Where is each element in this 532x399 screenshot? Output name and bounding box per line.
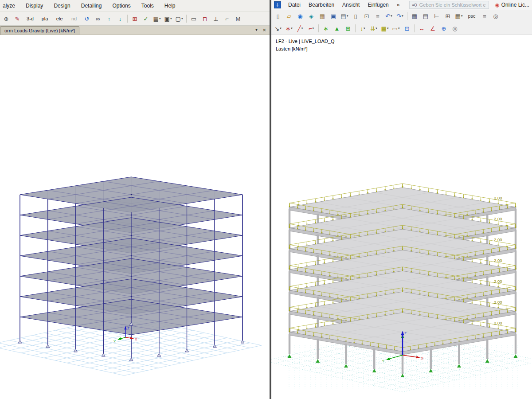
keyword-search-input[interactable] xyxy=(419,2,486,8)
undo-icon[interactable]: ↶▾ xyxy=(383,11,394,21)
draw-poly-icon[interactable]: ⊓ xyxy=(200,13,210,24)
nodal-load-icon[interactable]: ↓▾ xyxy=(357,23,368,34)
draw-joint-icon[interactable]: ✎ xyxy=(12,13,23,24)
paste-icon[interactable]: ▦ xyxy=(317,11,328,21)
table-layout-icon[interactable]: ▤ xyxy=(420,11,431,21)
menu-item-bearbeiten[interactable]: Bearbeiten xyxy=(308,1,335,8)
dropdown-caret-icon[interactable]: ▾ xyxy=(391,14,392,18)
report-icon[interactable]: ≡ xyxy=(372,11,383,21)
dropdown-caret-icon[interactable]: ▾ xyxy=(291,27,293,30)
new-node-icon[interactable]: ∗▾ xyxy=(284,23,294,34)
right-toolbar-insert: ↘▾∗▾╱▾⌐▾∗▲⊞↓▾⇊▾▦▾▭▾⊡↔∠⊕◎ xyxy=(271,22,532,35)
grid-options-icon[interactable]: ⊞ xyxy=(129,13,140,24)
load-value-label: 2.00 xyxy=(494,196,502,200)
menu-item-alyze[interactable]: alyze xyxy=(2,2,16,9)
dropdown-caret-icon[interactable]: ▾ xyxy=(387,27,389,30)
redo-icon[interactable]: ↷▾ xyxy=(395,11,405,21)
member-load-icon[interactable]: ⇊▾ xyxy=(368,23,379,34)
open-folder-icon[interactable]: ▱ xyxy=(284,11,294,21)
dropdown-caret-icon[interactable]: ▾ xyxy=(402,14,403,18)
online-license[interactable]: ◉ Online Lic... xyxy=(495,2,529,8)
visibility-icon[interactable]: ◎ xyxy=(450,23,460,34)
section-axes-icon[interactable]: ⊥ xyxy=(211,13,221,24)
menu-item-datei[interactable]: Datei xyxy=(287,1,301,8)
menu-item-help[interactable]: Help xyxy=(164,2,176,9)
dropdown-caret-icon[interactable]: ▾ xyxy=(398,27,400,30)
move-up-icon[interactable]: ↑ xyxy=(104,13,114,24)
menu-item-options[interactable]: Options xyxy=(111,2,131,9)
table-select-icon[interactable]: ▦▾ xyxy=(454,11,464,21)
area-props-icon[interactable]: ▣▾ xyxy=(163,13,173,24)
member-labels-icon[interactable]: M xyxy=(233,13,243,24)
dropdown-caret-icon[interactable]: ▾ xyxy=(170,17,172,20)
draw-rect-icon[interactable]: ▭ xyxy=(188,13,199,24)
new-file-icon[interactable]: ▯ xyxy=(273,11,283,21)
menu-item-detailing[interactable]: Detailing xyxy=(80,2,103,9)
dropdown-caret-icon[interactable]: ▾ xyxy=(159,17,161,20)
dropdown-caret-icon[interactable]: ▾ xyxy=(376,27,377,30)
dropdown-caret-icon[interactable]: ▾ xyxy=(280,27,282,30)
numbering-icon[interactable]: ⊞ xyxy=(442,11,453,21)
frame-props-icon[interactable]: ▦▾ xyxy=(152,13,162,24)
zoom-window-icon[interactable]: ⊕ xyxy=(1,13,12,24)
solid-props-icon[interactable]: ▢▾ xyxy=(174,13,184,24)
view-3d-button[interactable]: 3-d xyxy=(23,13,37,24)
copy-icon[interactable]: ⊡ xyxy=(361,11,372,21)
menu-item-tools[interactable]: Tools xyxy=(141,2,155,9)
section-tool-icon[interactable]: ⊢ xyxy=(431,11,442,21)
generated-node-icon[interactable]: ∗ xyxy=(321,23,331,34)
angle-dimension-icon[interactable]: ∠ xyxy=(427,23,438,34)
svg-text:Y: Y xyxy=(113,339,116,343)
load-value-label: 2.00 xyxy=(494,258,502,263)
menu-item-design[interactable]: Design xyxy=(53,2,71,9)
save-icon[interactable]: ▣ xyxy=(328,11,339,21)
assign-check-icon[interactable]: ✓ xyxy=(141,13,151,24)
browser-icon[interactable]: ◉ xyxy=(295,11,305,21)
menu-item-display[interactable]: Display xyxy=(25,2,44,9)
axes-symbol-icon[interactable]: ⊕ xyxy=(438,23,449,34)
tab-close-icon[interactable]: × xyxy=(262,27,266,33)
render-icon[interactable]: ◈ xyxy=(306,11,317,21)
move-down-icon[interactable]: ↓ xyxy=(115,13,125,24)
menu-item--[interactable]: » xyxy=(396,1,401,8)
dropdown-caret-icon[interactable]: ▾ xyxy=(301,27,303,30)
dropdown-caret-icon[interactable]: ▾ xyxy=(364,27,365,30)
view-plan-button[interactable]: pla xyxy=(38,13,52,24)
menu-item-einf-gen[interactable]: Einfügen xyxy=(367,1,389,8)
print-icon[interactable]: ▤▾ xyxy=(339,11,350,21)
svg-text:X: X xyxy=(421,356,423,360)
model-view-right[interactable]: LF2 - Live | LIVE_LOAD_Q Lasten [kN/m²] … xyxy=(271,35,532,399)
select-arrow-icon[interactable]: ↘▾ xyxy=(273,23,283,34)
dropdown-caret-icon[interactable]: ▾ xyxy=(181,17,183,20)
area-load-icon[interactable]: ▦▾ xyxy=(379,23,390,34)
toolbar-separator xyxy=(186,15,187,23)
perspective-glasses-icon[interactable]: ∞ xyxy=(93,13,103,24)
psc-button[interactable]: psc xyxy=(465,11,479,21)
toolbar-separator xyxy=(127,15,128,23)
list-icon[interactable]: ≡ xyxy=(479,11,490,21)
app-icon[interactable] xyxy=(274,1,281,8)
tab-uniform-loads[interactable]: orm Loads Gravity (Live) [kN/m²] xyxy=(0,26,79,35)
dropdown-caret-icon[interactable]: ▾ xyxy=(347,14,348,18)
new-line-icon[interactable]: ╱▾ xyxy=(295,23,305,34)
view-named-button[interactable]: nd xyxy=(67,13,81,24)
table-data-icon[interactable]: ▦ xyxy=(409,11,420,21)
tab-scroll-icon[interactable]: ▼ xyxy=(254,28,258,32)
right-3d-scene: 2.002.002.002.002.002.002.00ZXY xyxy=(271,35,532,399)
dimension-icon[interactable]: ↔ xyxy=(416,23,427,34)
dropdown-caret-icon[interactable]: ▾ xyxy=(313,27,314,30)
fence-select-icon[interactable]: ⌐ xyxy=(222,13,232,24)
model-view-left[interactable]: ZXY xyxy=(0,35,270,399)
keyword-search[interactable]: ≡Q xyxy=(409,1,489,9)
menu-item-ansicht[interactable]: Ansicht xyxy=(341,1,360,8)
undo-icon[interactable]: ↺ xyxy=(82,13,92,24)
new-arc-icon[interactable]: ⌐▾ xyxy=(306,23,317,34)
mesh-icon[interactable]: ⊞ xyxy=(343,23,353,34)
dropdown-caret-icon[interactable]: ▾ xyxy=(461,14,463,18)
copy-object-icon[interactable]: ⊡ xyxy=(402,23,412,34)
view-elevation-button[interactable]: ele xyxy=(52,13,66,24)
page-setup-icon[interactable]: ▯ xyxy=(350,11,361,21)
support-icon[interactable]: ▲ xyxy=(332,23,342,34)
snap-target-icon[interactable]: ◎ xyxy=(490,11,501,21)
opening-icon[interactable]: ▭▾ xyxy=(391,23,401,34)
